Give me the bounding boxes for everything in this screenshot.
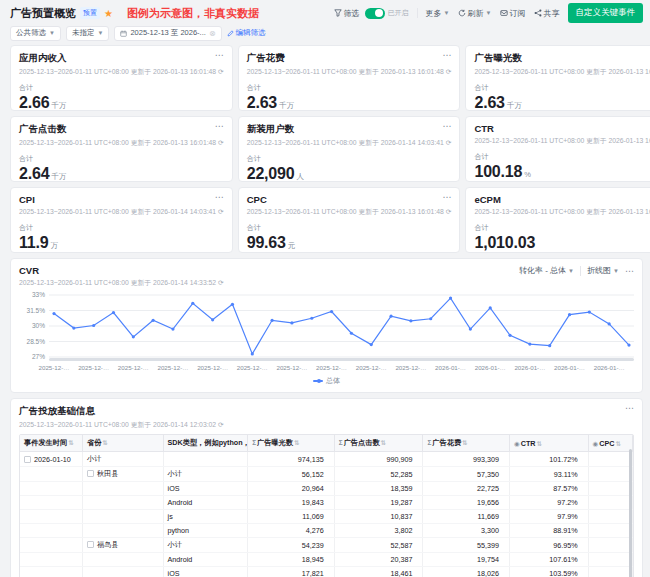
card-menu-icon[interactable]: ⋯ xyxy=(215,123,224,129)
sort-icon[interactable]: ⇅ xyxy=(615,440,620,447)
cvr-line-chart[interactable]: 33%31.5%30%28.5%27%2025-12-…2025-12-…202… xyxy=(19,292,634,374)
favorite-star-icon[interactable]: ★ xyxy=(104,8,113,19)
card-menu-icon[interactable]: ⋯ xyxy=(625,268,634,274)
cell-clicks: 20,387 xyxy=(334,553,423,567)
refresh-icon[interactable]: ⟳ xyxy=(218,421,224,428)
cell-clicks: 52,285 xyxy=(334,467,423,482)
kpi-unit: 千万 xyxy=(507,101,522,111)
share-button[interactable]: 共享 xyxy=(534,8,560,19)
sort-icon[interactable]: ⇅ xyxy=(536,440,541,447)
kpi-unit: 千万 xyxy=(51,101,66,111)
more-button[interactable]: 更多▼ xyxy=(426,8,450,19)
col-header-CTR[interactable]: ◉CTR⇅ xyxy=(510,435,589,452)
refresh-icon[interactable]: ⟳ xyxy=(446,139,452,146)
cell-date xyxy=(20,482,82,496)
col-header-事件发生时间[interactable]: 事件发生时间⇅ xyxy=(20,435,82,452)
kpi-title: eCPM xyxy=(474,194,500,205)
kpi-unit: 万 xyxy=(50,241,58,251)
dashboard-page: 广告预置概览 预置 ★ 图例为示意图，非真实数据 筛选 已开启 更多▼ 刷新▼ … xyxy=(0,0,650,577)
data-table: 事件发生时间⇅省份⇅SDK类型，例如python，L..⇅Σ广告曝光数⇅Σ广告点… xyxy=(20,435,633,577)
kpi-unit: 千万 xyxy=(279,101,294,111)
metric-icon: ◉ xyxy=(593,440,599,447)
custom-key-event-button[interactable]: 自定义关键事件 xyxy=(568,3,644,23)
kpi-card-应用内收入: 应用内收入 ⋯ 2025-12-13~2026-01-11 UTC+08:00 … xyxy=(10,45,233,111)
card-menu-icon[interactable]: ⋯ xyxy=(215,52,224,58)
cell-clicks: 19,287 xyxy=(334,496,423,510)
card-menu-icon[interactable]: ⋯ xyxy=(442,194,451,200)
cell-date xyxy=(20,510,82,524)
refresh-icon[interactable]: ⟳ xyxy=(446,68,452,75)
kpi-title: CTR xyxy=(474,123,494,134)
col-header-省份[interactable]: 省份⇅ xyxy=(82,435,163,452)
sort-icon[interactable]: ⇅ xyxy=(68,439,73,446)
x-axis-tick: 2025-12-… xyxy=(232,364,272,371)
sort-icon[interactable]: ⇅ xyxy=(294,439,299,446)
col-header-广告点击数[interactable]: Σ广告点击数⇅ xyxy=(334,435,423,452)
x-axis-tick: 2025-12-… xyxy=(34,364,74,371)
public-filter-select[interactable]: 公共筛选▼ xyxy=(10,26,61,41)
subscribe-label: 订阅 xyxy=(510,8,526,19)
refresh-icon[interactable]: ⟳ xyxy=(218,208,224,215)
refresh-icon[interactable]: ⟳ xyxy=(218,68,224,75)
funnel-icon xyxy=(334,9,342,17)
card-menu-icon[interactable]: ⋯ xyxy=(442,123,451,129)
cell-sdk: 小计 xyxy=(163,467,248,482)
cell-cpc xyxy=(588,496,632,510)
col-header-广告曝光数[interactable]: Σ广告曝光数⇅ xyxy=(248,435,335,452)
refresh-icon[interactable]: ⟳ xyxy=(446,208,452,215)
cell-date: 2026-01-10 xyxy=(20,452,82,467)
table-row: Android18,94520,38719,754107.61% xyxy=(20,553,633,567)
col-header-SDK类型，例如python，L..[interactable]: SDK类型，例如python，L..⇅ xyxy=(163,435,248,452)
card-menu-icon[interactable]: ⋯ xyxy=(442,52,451,58)
cell-impressions: 19,843 xyxy=(248,496,335,510)
share-label: 共享 xyxy=(544,8,560,19)
sort-icon[interactable]: ⇅ xyxy=(381,439,386,446)
unspecified-select[interactable]: 未指定▼ xyxy=(66,26,109,41)
filter-bar: 公共筛选▼ 未指定▼ 2025-12-13 至 2026-... ⊗ 编辑筛选 xyxy=(10,25,643,41)
public-filter-value: 公共筛选 xyxy=(16,28,46,38)
cell-cpc xyxy=(588,524,632,538)
kpi-value: 2.63 xyxy=(474,94,504,112)
date-range-input[interactable]: 2025-12-13 至 2026-... ⊗ xyxy=(114,26,221,41)
cell-date xyxy=(20,538,82,553)
refresh-icon[interactable]: ⟳ xyxy=(218,279,224,286)
cell-cpc xyxy=(588,452,632,467)
filter-toggle[interactable] xyxy=(365,8,385,19)
x-axis-tick: 2025-12-… xyxy=(312,364,352,371)
chart-title: CVR xyxy=(19,265,39,276)
kpi-value: 100.18 xyxy=(474,163,522,181)
chevron-down-icon: ▼ xyxy=(444,10,450,16)
col-label: 广告点击数 xyxy=(344,438,380,447)
refresh-icon[interactable]: ⟳ xyxy=(218,139,224,146)
kpi-total-label: 合计 xyxy=(19,83,224,93)
sort-icon[interactable]: ⇅ xyxy=(102,439,107,446)
cell-impressions: 4,276 xyxy=(248,524,335,538)
sort-icon[interactable]: ⇅ xyxy=(462,439,467,446)
edit-filter-link[interactable]: 编辑筛选 xyxy=(227,28,266,38)
col-header-CPC[interactable]: ◉CPC⇅ xyxy=(588,435,632,452)
ad-basic-info-card: 广告投放基础信息 ⋯ 2025-12-13~2026-01-11 UTC+08:… xyxy=(10,398,643,577)
row-checkbox[interactable] xyxy=(87,470,94,477)
card-menu-icon[interactable]: ⋯ xyxy=(215,194,224,200)
cell-sdk xyxy=(163,452,248,467)
kpi-card-CPC: CPC ⋯ 2025-12-13~2026-01-11 UTC+08:00 更新… xyxy=(238,187,461,253)
table-row: Android19,84319,28719,65697.2% xyxy=(20,496,633,510)
row-checkbox[interactable] xyxy=(87,541,94,548)
refresh-button[interactable]: 刷新▼ xyxy=(458,8,492,19)
chart-type-select[interactable]: 折线图▼ xyxy=(587,265,619,276)
metric-icon: ◉ xyxy=(514,440,520,447)
cvr-chart-card: CVR 转化率 - 总体▼ 折线图▼ ⋯ 2025-12-13~2026-01-… xyxy=(10,258,643,393)
metric-select[interactable]: 转化率 - 总体▼ xyxy=(519,265,574,276)
chart-legend[interactable]: 总体 xyxy=(19,376,634,386)
clear-icon[interactable]: ⊗ xyxy=(209,29,216,38)
card-menu-icon[interactable]: ⋯ xyxy=(625,405,634,411)
col-header-广告花费[interactable]: Σ广告花费⇅ xyxy=(423,435,510,452)
filter-button[interactable]: 筛选 xyxy=(334,8,360,19)
kpi-subtitle: 2025-12-13~2026-01-11 UTC+08:00 更新于 2026… xyxy=(474,207,650,217)
row-checkbox[interactable] xyxy=(24,456,31,463)
cell-sdk: 小计 xyxy=(163,538,248,553)
vertical-scrollbar[interactable] xyxy=(629,449,632,577)
subscribe-button[interactable]: 订阅 xyxy=(500,8,526,19)
col-label: 事件发生时间 xyxy=(24,438,67,447)
cell-impressions: 56,152 xyxy=(248,467,335,482)
